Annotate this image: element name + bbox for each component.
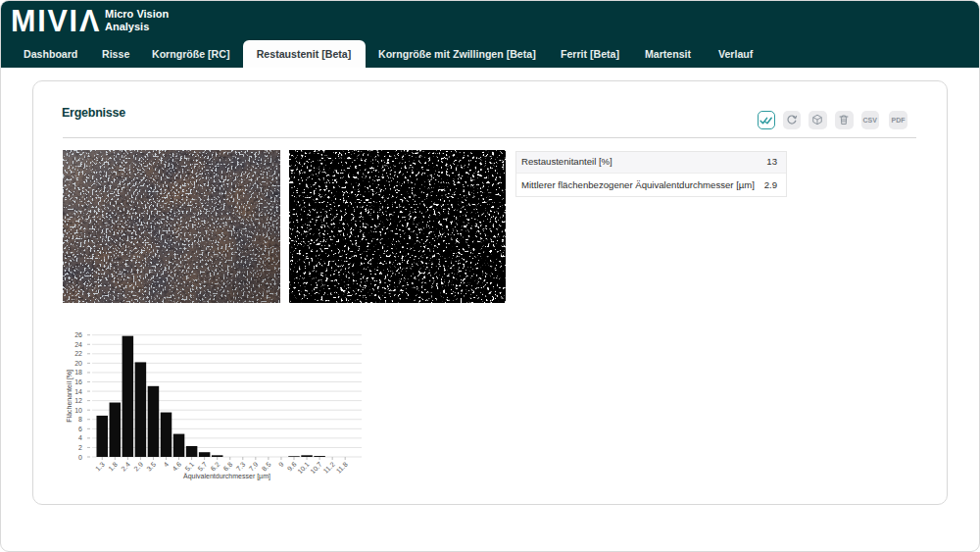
svg-text:7.9: 7.9 bbox=[248, 461, 260, 473]
svg-text:2.4: 2.4 bbox=[120, 461, 131, 473]
svg-text:5.7: 5.7 bbox=[197, 461, 209, 473]
svg-text:6.2: 6.2 bbox=[210, 461, 221, 473]
svg-text:4: 4 bbox=[78, 434, 82, 441]
svg-text:26: 26 bbox=[74, 331, 82, 338]
svg-text:8: 8 bbox=[78, 416, 82, 423]
svg-text:2.9: 2.9 bbox=[132, 461, 144, 473]
svg-text:2: 2 bbox=[78, 444, 82, 451]
svg-text:1.8: 1.8 bbox=[107, 461, 119, 473]
svg-text:22: 22 bbox=[74, 350, 82, 357]
svg-text:6: 6 bbox=[78, 426, 82, 432]
svg-text:10: 10 bbox=[74, 407, 82, 414]
svg-text:10.7: 10.7 bbox=[309, 461, 323, 476]
svg-text:12: 12 bbox=[74, 397, 82, 404]
svg-text:14: 14 bbox=[74, 388, 82, 395]
svg-text:20: 20 bbox=[74, 360, 82, 367]
svg-text:1.3: 1.3 bbox=[94, 461, 106, 473]
svg-text:10.1: 10.1 bbox=[296, 461, 311, 476]
svg-text:9: 9 bbox=[277, 461, 285, 469]
svg-text:11.8: 11.8 bbox=[335, 461, 349, 475]
svg-text:16: 16 bbox=[74, 378, 82, 385]
svg-text:4.6: 4.6 bbox=[171, 461, 182, 473]
svg-text:24: 24 bbox=[74, 341, 82, 348]
svg-text:4: 4 bbox=[162, 461, 170, 469]
svg-text:7.3: 7.3 bbox=[235, 461, 247, 473]
svg-text:18: 18 bbox=[74, 369, 82, 376]
svg-text:Flächenanteil [%]: Flächenanteil [%] bbox=[66, 370, 74, 423]
svg-text:8.5: 8.5 bbox=[261, 461, 272, 473]
svg-text:3.5: 3.5 bbox=[145, 461, 157, 473]
svg-text:Äquivalentdurchmesser [µm]: Äquivalentdurchmesser [µm] bbox=[183, 473, 270, 480]
svg-text:11.2: 11.2 bbox=[322, 461, 336, 475]
svg-text:5.1: 5.1 bbox=[183, 461, 195, 473]
svg-text:6.8: 6.8 bbox=[222, 461, 234, 473]
svg-text:0: 0 bbox=[78, 454, 82, 461]
